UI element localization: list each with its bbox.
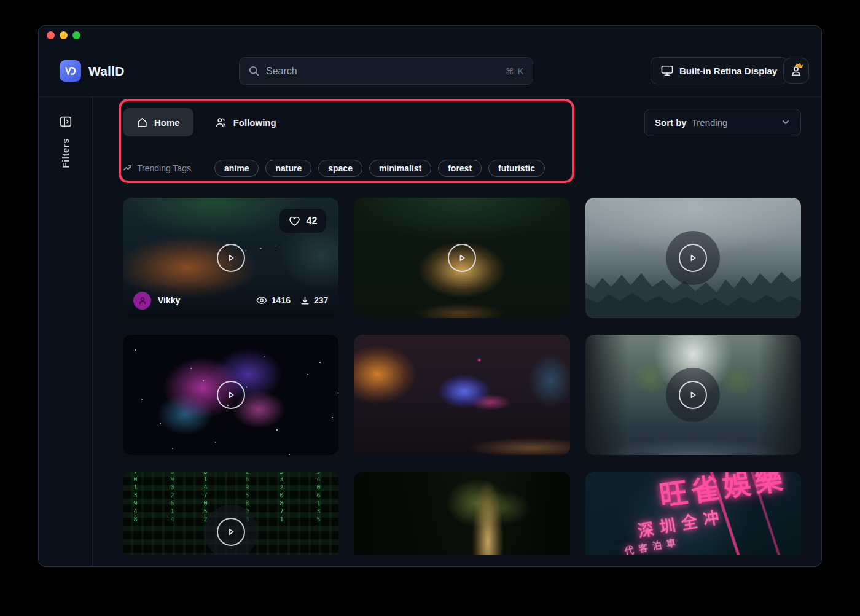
search-shortcut: ⌘ K <box>506 66 524 76</box>
views-count: 1416 <box>272 295 291 305</box>
tab-following-label: Following <box>233 117 276 128</box>
play-button[interactable] <box>679 381 707 409</box>
sort-value: Trending <box>692 117 728 128</box>
toolbar: Home Following <box>123 108 801 136</box>
matrix-glyph-column: 7013948 <box>131 472 139 524</box>
display-selector-button[interactable]: Built-in Retina Display <box>651 57 788 84</box>
sort-label: Sort by <box>655 117 687 128</box>
wallpaper-grid: 42 Vikky <box>123 198 801 555</box>
tag-minimalist[interactable]: minimalist <box>369 160 431 177</box>
sort-dropdown[interactable]: Sort by Trending <box>644 109 801 136</box>
search-input[interactable] <box>266 66 499 77</box>
matrix-glyph-column: 5320871 <box>278 472 286 524</box>
scroll-area[interactable]: Home Following <box>93 97 821 555</box>
chevron-down-icon <box>781 117 791 127</box>
home-icon <box>136 117 148 128</box>
likes-count: 42 <box>307 216 318 227</box>
app-title: WallD <box>88 64 125 79</box>
trending-tags-caption: Trending Tags <box>123 163 191 173</box>
window-body: Filters Home <box>39 97 821 566</box>
filters-label[interactable]: Filters <box>60 138 71 168</box>
downloads-stat: 237 <box>300 295 328 305</box>
downloads-count: 237 <box>314 295 328 305</box>
tab-following[interactable]: Following <box>201 108 290 136</box>
trending-tags-row: Trending Tags anime nature space minimal… <box>123 159 801 177</box>
display-button-label: Built-in Retina Display <box>679 66 777 76</box>
filters-sidebar-rail: Filters <box>39 97 93 566</box>
search-bar[interactable]: ⌘ K <box>239 57 533 85</box>
tag-nature[interactable]: nature <box>265 160 311 177</box>
tag-forest[interactable]: forest <box>438 160 482 177</box>
play-button[interactable] <box>217 381 245 409</box>
users-icon <box>214 116 227 128</box>
window-controls <box>47 31 80 39</box>
trending-up-icon <box>123 163 132 173</box>
minimize-button[interactable] <box>60 31 68 39</box>
heart-icon <box>289 216 300 227</box>
wallpaper-card-neon-signs[interactable]: 旺雀娛樂 深圳全冲 代客泊車 <box>585 472 801 555</box>
likes-badge[interactable]: 42 <box>280 209 327 233</box>
wallpaper-card-forest-beam[interactable] <box>354 472 569 555</box>
views-stat: 1416 <box>256 295 291 305</box>
tag-futuristic[interactable]: futuristic <box>488 160 545 177</box>
play-button[interactable] <box>679 244 707 272</box>
expand-filters-panel-icon[interactable] <box>59 115 72 128</box>
tab-home-label: Home <box>154 117 180 128</box>
wallpaper-card-nebula[interactable] <box>123 335 338 455</box>
card-stats: 1416 237 <box>256 295 329 305</box>
wallpaper-card-matrix[interactable]: 7013948 3902614 8147052 2695803 5320871 … <box>123 472 338 555</box>
download-icon <box>300 296 310 305</box>
wallpaper-card-retro-room[interactable] <box>354 335 569 455</box>
app-window: WallD ⌘ K Built-in Retina Display <box>38 25 822 567</box>
trending-tags-label: Trending Tags <box>137 163 191 173</box>
tag-anime[interactable]: anime <box>214 160 259 177</box>
wallpaper-card-ruins[interactable] <box>585 335 801 455</box>
zoom-button[interactable] <box>72 31 80 39</box>
tag-space[interactable]: space <box>318 160 362 177</box>
eye-icon <box>256 296 267 305</box>
tab-home[interactable]: Home <box>123 108 194 136</box>
author-name[interactable]: Vikky <box>158 295 180 305</box>
play-button[interactable] <box>448 244 476 272</box>
monitor-icon <box>661 65 673 76</box>
matrix-glyph-column: 3902614 <box>168 472 176 524</box>
author-avatar[interactable] <box>133 292 151 310</box>
wallpaper-card-forest-store[interactable] <box>354 198 569 318</box>
play-button[interactable] <box>217 244 245 272</box>
profile-button[interactable] <box>783 58 809 84</box>
card-meta: Vikky 1416 <box>123 283 338 318</box>
brand: WallD <box>60 60 125 82</box>
close-button[interactable] <box>47 31 55 39</box>
header: WallD ⌘ K Built-in Retina Display <box>39 26 821 97</box>
wallpaper-card-foggy-forest[interactable] <box>585 198 801 318</box>
matrix-glyph-column: 9406135 <box>315 472 322 524</box>
app-logo-icon <box>60 60 81 82</box>
main-content: Home Following <box>93 97 821 566</box>
wallpaper-card-tram-night-city[interactable]: 42 Vikky <box>123 198 338 318</box>
search-icon <box>248 65 260 77</box>
play-button[interactable] <box>217 518 245 546</box>
